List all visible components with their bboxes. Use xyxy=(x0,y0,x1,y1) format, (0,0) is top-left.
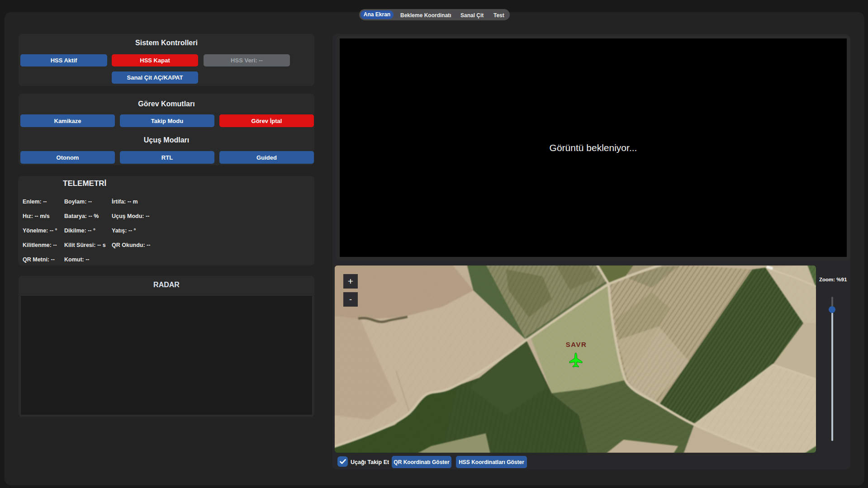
svg-text:SAVR: SAVR xyxy=(566,341,587,348)
